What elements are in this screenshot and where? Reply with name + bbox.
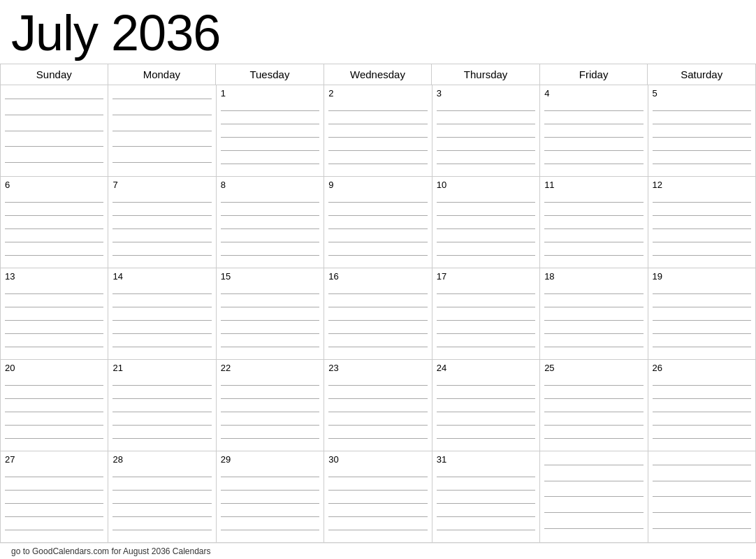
- write-line: [653, 496, 751, 497]
- calendar-day-23[interactable]: 23: [324, 360, 432, 451]
- calendar-day-3[interactable]: 3: [432, 85, 540, 177]
- write-line: [328, 228, 427, 229]
- calendar-day-8[interactable]: 8: [217, 177, 324, 268]
- write-line: [112, 425, 211, 426]
- calendar-day-21[interactable]: 21: [108, 360, 216, 451]
- write-line: [328, 425, 427, 426]
- day-number: 3: [437, 88, 535, 99]
- calendar-day-4[interactable]: 4: [540, 85, 648, 177]
- calendar-day-6[interactable]: 6: [1, 177, 108, 268]
- write-line: [221, 202, 319, 203]
- calendar-day-1[interactable]: 1: [217, 85, 324, 177]
- write-line: [328, 516, 427, 517]
- calendar-day-13[interactable]: 13: [1, 268, 108, 360]
- day-header: Monday: [108, 64, 217, 85]
- write-line: [5, 146, 103, 147]
- calendar-day-7[interactable]: 7: [108, 177, 216, 268]
- calendar-empty-cell[interactable]: [648, 451, 756, 543]
- calendar-day-9[interactable]: 9: [324, 177, 432, 268]
- calendar-day-28[interactable]: 28: [108, 451, 216, 543]
- write-line: [328, 215, 427, 216]
- write-lines: [328, 467, 427, 539]
- day-number: 5: [653, 88, 751, 99]
- calendar-day-31[interactable]: 31: [432, 451, 540, 543]
- write-line: [328, 503, 427, 504]
- write-line: [544, 228, 643, 229]
- calendar-day-25[interactable]: 25: [540, 360, 648, 451]
- write-line: [544, 255, 643, 256]
- write-lines: [112, 284, 211, 356]
- calendar-day-29[interactable]: 29: [217, 451, 324, 543]
- calendar-grid: 1234567891011121314151617181920212223242…: [0, 85, 756, 543]
- write-line: [544, 528, 643, 529]
- calendar-day-14[interactable]: 14: [108, 268, 216, 360]
- day-header: Thursday: [432, 64, 540, 85]
- write-line: [328, 110, 427, 111]
- calendar-empty-cell[interactable]: [540, 451, 648, 543]
- write-line: [112, 293, 211, 294]
- day-number: 9: [328, 180, 427, 190]
- footer: go to GoodCalendars.com for August 2036 …: [0, 543, 756, 559]
- calendar-day-16[interactable]: 16: [324, 268, 432, 360]
- write-line: [221, 385, 319, 386]
- write-line: [221, 477, 319, 477]
- write-line: [544, 164, 643, 164]
- calendar-day-30[interactable]: 30: [324, 451, 432, 543]
- write-line: [112, 398, 211, 399]
- calendar-day-15[interactable]: 15: [217, 268, 324, 360]
- write-line: [437, 516, 535, 517]
- write-line: [5, 412, 103, 412]
- write-line: [437, 477, 535, 477]
- write-line: [221, 333, 319, 334]
- write-line: [437, 202, 535, 203]
- write-line: [544, 385, 643, 386]
- write-line: [221, 438, 319, 439]
- write-line: [112, 412, 211, 412]
- calendar-day-19[interactable]: 19: [648, 268, 756, 360]
- day-number: 10: [437, 180, 535, 190]
- day-number: 14: [112, 271, 211, 282]
- calendar-empty-cell[interactable]: [108, 85, 216, 177]
- day-number: 19: [653, 271, 751, 282]
- write-line: [653, 215, 751, 216]
- day-number: 26: [653, 363, 751, 373]
- write-line: [112, 215, 211, 216]
- calendar-day-20[interactable]: 20: [1, 360, 108, 451]
- calendar-container: July 2036 SundayMondayTuesdayWednesdayTh…: [0, 0, 756, 559]
- write-lines: [653, 101, 751, 173]
- write-line: [544, 320, 643, 321]
- write-line: [328, 164, 427, 164]
- write-line: [5, 516, 103, 517]
- calendar-day-26[interactable]: 26: [648, 360, 756, 451]
- write-line: [112, 131, 211, 131]
- calendar-day-11[interactable]: 11: [540, 177, 648, 268]
- write-line: [328, 490, 427, 491]
- write-line: [544, 333, 643, 334]
- calendar-day-10[interactable]: 10: [432, 177, 540, 268]
- write-line: [653, 512, 751, 513]
- write-line: [221, 530, 319, 530]
- write-line: [437, 255, 535, 256]
- calendar-day-2[interactable]: 2: [324, 85, 432, 177]
- calendar-day-5[interactable]: 5: [648, 85, 756, 177]
- calendar-day-12[interactable]: 12: [648, 177, 756, 268]
- write-line: [221, 425, 319, 426]
- write-line: [544, 412, 643, 412]
- write-lines: [221, 101, 319, 173]
- write-lines: [328, 193, 427, 265]
- day-header: Friday: [540, 64, 648, 85]
- calendar-day-17[interactable]: 17: [432, 268, 540, 360]
- write-line: [5, 228, 103, 229]
- write-line: [221, 503, 319, 504]
- calendar-empty-cell[interactable]: [1, 85, 108, 177]
- calendar-day-24[interactable]: 24: [432, 360, 540, 451]
- calendar-day-27[interactable]: 27: [1, 451, 108, 543]
- day-number: 20: [5, 363, 103, 373]
- write-line: [112, 530, 211, 530]
- write-line: [328, 124, 427, 124]
- day-header: Sunday: [0, 64, 108, 85]
- calendar-day-22[interactable]: 22: [217, 360, 324, 451]
- write-line: [437, 333, 535, 334]
- write-line: [437, 438, 535, 439]
- calendar-day-18[interactable]: 18: [540, 268, 648, 360]
